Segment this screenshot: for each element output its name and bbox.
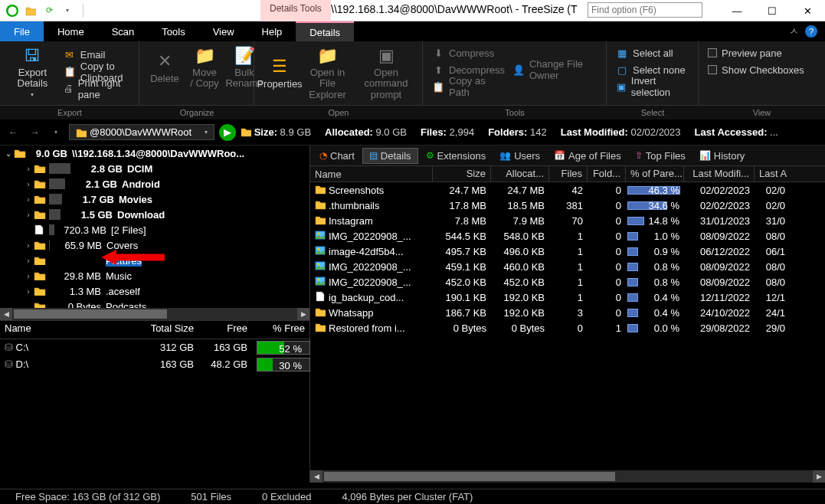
compress-button[interactable]: ⬇Compress: [429, 44, 508, 61]
tree-item[interactable]: ›1.5 GBDownload: [0, 207, 309, 222]
expand-icon[interactable]: ›: [23, 180, 34, 188]
compress-icon: ⬇: [432, 47, 444, 59]
drive-row[interactable]: ⛁ D:\163 GB48.2 GB30 %: [0, 356, 309, 373]
cmd-button[interactable]: ▣Open command prompt: [356, 44, 416, 102]
collapse-ribbon-icon[interactable]: ㅅ: [789, 25, 799, 38]
menu-tools[interactable]: Tools: [148, 21, 198, 41]
scroll-left-button[interactable]: ◀: [0, 308, 12, 320]
tree-item[interactable]: ›1.3 MB.aceself: [0, 283, 309, 299]
nav-fwd-button[interactable]: →: [26, 124, 43, 141]
expand-icon[interactable]: ›: [23, 241, 34, 250]
directory-tree[interactable]: ⌄ 9.0 GB \\192.168.1.34@8000\DavWWWRoo..…: [0, 146, 309, 308]
app-icon: ⬤: [6, 5, 18, 17]
tree-item[interactable]: ›Pictures: [0, 253, 309, 268]
tree-item[interactable]: ›2.1 GBAndroid: [0, 176, 309, 191]
tab-age[interactable]: 📅Age of Files: [548, 149, 627, 163]
row-icon: [315, 214, 326, 227]
change-owner-button[interactable]: 👤Change File Owner: [509, 61, 600, 78]
move-copy-button[interactable]: 📁Move / Copy: [185, 44, 224, 91]
tab-top[interactable]: ⇧Top Files: [629, 149, 692, 163]
expand-icon[interactable]: ›: [23, 272, 34, 280]
grid-body[interactable]: Screenshots24.7 MB24.7 MB42046.3 %02/02/…: [310, 182, 825, 470]
export-details-button[interactable]: 🖫 Export Details ▾: [6, 44, 59, 100]
folder-icon: [34, 194, 47, 205]
menu-scan[interactable]: Scan: [98, 21, 149, 41]
expand-icon[interactable]: ›: [23, 195, 34, 204]
row-icon: [315, 199, 326, 212]
scroll-right-button[interactable]: ▶: [297, 308, 309, 320]
status-files: 501 Files: [175, 491, 247, 502]
open-explorer-button[interactable]: 📁Open in File Explorer: [300, 44, 355, 102]
collapse-icon[interactable]: ⌄: [3, 149, 14, 158]
maximize-button[interactable]: ☐: [755, 0, 790, 21]
tab-history[interactable]: 📊History: [693, 149, 751, 163]
menu-details[interactable]: Details: [296, 21, 354, 41]
tree-item[interactable]: ›29.8 MBMusic: [0, 268, 309, 283]
tree-item[interactable]: ›65.9 MBCovers: [0, 237, 309, 253]
scroll-thumb[interactable]: [324, 472, 615, 481]
show-checkboxes-check[interactable]: Show Checkboxes: [705, 61, 819, 78]
properties-button[interactable]: ☰Properties: [260, 44, 299, 102]
path-box[interactable]: @8000\DavWWWRoot ▾: [69, 124, 214, 140]
qat-dropdown-icon[interactable]: ▾: [61, 5, 74, 17]
scroll-left-button[interactable]: ◀: [310, 470, 322, 483]
expand-icon[interactable]: ›: [23, 165, 34, 173]
move-icon: 📁: [195, 46, 215, 66]
close-button[interactable]: ✕: [790, 0, 825, 21]
contextual-tab-label: Details Tools: [260, 0, 331, 21]
tab-users[interactable]: 👥Users: [493, 149, 546, 163]
folder-icon: [34, 209, 47, 220]
grid-row[interactable]: .thumbnails17.8 MB18.5 MB381034.6 %02/02…: [310, 198, 825, 213]
expand-icon[interactable]: ›: [23, 287, 34, 296]
delete-icon: ✕: [158, 51, 172, 71]
tree-item[interactable]: ›2.8 GBDCIM: [0, 161, 309, 176]
invert-button[interactable]: ▣Invert selection: [613, 78, 692, 95]
grid-header[interactable]: Name Size Allocat... Files Fold... % of …: [310, 165, 825, 182]
menu-view[interactable]: View: [199, 21, 248, 41]
drive-row[interactable]: ⛁ C:\312 GB163 GB52 %: [0, 339, 309, 356]
grid-row[interactable]: IMG_20220908_...452.0 KB452.0 KB100.8 %0…: [310, 274, 825, 290]
search-box[interactable]: [588, 2, 702, 18]
menu-help[interactable]: Help: [248, 21, 296, 41]
menu-file[interactable]: File: [0, 21, 44, 41]
print-right-button[interactable]: 🖨Print right pane: [61, 80, 133, 97]
search-input[interactable]: [588, 2, 702, 18]
tree-item[interactable]: 0 BytesPodcasts: [0, 299, 309, 308]
tab-chart[interactable]: ◔Chart: [313, 149, 361, 163]
grid-row[interactable]: IMG_20220908_...459.1 KB460.0 KB100.8 %0…: [310, 259, 825, 274]
delete-button[interactable]: ✕Delete: [146, 44, 184, 91]
menu-home[interactable]: Home: [44, 21, 98, 41]
nav-up-button[interactable]: ▾: [47, 124, 64, 141]
tab-extensions[interactable]: ⚙Extensions: [420, 149, 493, 163]
copy-path-button[interactable]: 📋Copy as Path: [429, 78, 508, 95]
minimize-button[interactable]: ―: [719, 0, 755, 21]
properties-icon: ☰: [272, 57, 287, 77]
preview-pane-check[interactable]: Preview pane: [705, 44, 819, 61]
help-icon[interactable]: ?: [805, 25, 817, 38]
tree-root[interactable]: ⌄ 9.0 GB \\192.168.1.34@8000\DavWWWRoo..…: [0, 146, 309, 161]
tree-scrollbar[interactable]: ◀ ▶: [0, 308, 309, 320]
expand-icon[interactable]: ›: [23, 257, 34, 265]
grid-row[interactable]: image-42df5b4...495.7 KB496.0 KB100.9 %0…: [310, 244, 825, 259]
grid-row[interactable]: Restored from i...0 Bytes0 Bytes010.0 %2…: [310, 320, 825, 335]
tree-item[interactable]: ›1.7 GBMovies: [0, 191, 309, 207]
qat-open-icon[interactable]: [25, 5, 37, 17]
grid-row[interactable]: Instagram7.8 MB7.9 MB70014.8 %31/01/2023…: [310, 213, 825, 228]
grid-row[interactable]: IMG_20220908_...544.5 KB548.0 KB101.0 %0…: [310, 228, 825, 244]
select-all-button[interactable]: ▦Select all: [613, 44, 692, 61]
expand-icon[interactable]: ›: [23, 211, 34, 219]
drives-header[interactable]: Name Total Size Free % Free: [0, 321, 309, 339]
grid-row[interactable]: ig_backup_cod...190.1 KB192.0 KB100.4 %1…: [310, 290, 825, 305]
scroll-right-button[interactable]: ▶: [813, 470, 825, 483]
qat-refresh-icon[interactable]: ⟳: [43, 5, 55, 17]
grid-row[interactable]: Whatsapp186.7 KB192.0 KB300.4 %24/10/202…: [310, 305, 825, 320]
tree-item[interactable]: 720.3 MB[2 Files]: [0, 222, 309, 237]
scan-button[interactable]: ▶: [219, 124, 236, 141]
grid-row[interactable]: Screenshots24.7 MB24.7 MB42046.3 %02/02/…: [310, 182, 825, 198]
nav-back-button[interactable]: ←: [5, 124, 21, 141]
scroll-thumb[interactable]: [14, 309, 167, 319]
row-icon: [315, 245, 326, 258]
grid-scrollbar[interactable]: ◀ ▶: [310, 470, 825, 483]
tab-details[interactable]: ▤Details: [362, 148, 418, 164]
row-icon: [315, 184, 326, 197]
